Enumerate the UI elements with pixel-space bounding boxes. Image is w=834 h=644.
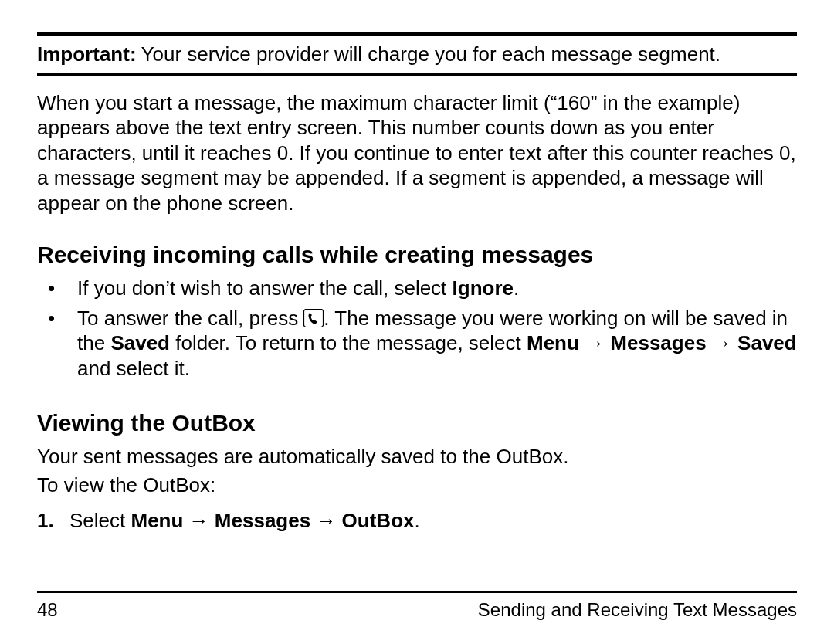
arrow-text: →: [183, 509, 214, 532]
spacer: [37, 534, 797, 592]
outbox-paragraph-2: To view the OutBox:: [37, 473, 797, 498]
step-pre: Select: [70, 509, 131, 532]
arrow-text: →: [707, 331, 737, 354]
svg-rect-0: [304, 309, 324, 327]
bullet-answer: To answer the call, press . The message …: [37, 306, 797, 381]
page-number: 48: [37, 599, 58, 621]
menu-path-menu: Menu: [527, 331, 579, 354]
menu-path-messages: Messages: [610, 331, 706, 354]
arrow-text: →: [310, 509, 341, 532]
bullet-text: To answer the call, press: [77, 307, 303, 330]
important-text: Your service provider will charge you fo…: [141, 42, 797, 67]
arrow-text: →: [579, 331, 610, 354]
intro-paragraph: When you start a message, the maximum ch…: [37, 90, 797, 216]
saved-folder-label: Saved: [110, 331, 170, 354]
menu-path-saved: Saved: [737, 331, 797, 354]
bullet-text: If you don’t wish to answer the call, se…: [77, 276, 453, 300]
ignore-label: Ignore: [453, 276, 514, 300]
heading-outbox: Viewing the OutBox: [37, 410, 797, 436]
menu-path-outbox: OutBox: [342, 509, 415, 532]
bullet-text: folder. To return to the message, select: [170, 331, 527, 354]
phone-handset-icon: [303, 309, 324, 327]
menu-path-menu: Menu: [131, 509, 184, 532]
page-footer: 48 Sending and Receiving Text Messages: [37, 591, 797, 644]
menu-path-messages: Messages: [215, 509, 310, 532]
heading-receiving-calls: Receiving incoming calls while creating …: [37, 242, 797, 268]
footer-title: Sending and Receiving Text Messages: [478, 599, 797, 621]
step-text: Select Menu → Messages → OutBox.: [70, 508, 420, 534]
step-post: .: [415, 509, 420, 532]
important-row: Important: Your service provider will ch…: [37, 42, 797, 67]
bullet-ignore: If you don’t wish to answer the call, se…: [37, 276, 797, 301]
bullet-text: and select it.: [77, 357, 190, 380]
receiving-bullets: If you don’t wish to answer the call, se…: [37, 276, 797, 385]
step-number: 1.: [37, 508, 70, 534]
page-root: Important: Your service provider will ch…: [0, 0, 834, 644]
important-label: Important:: [37, 42, 141, 67]
step-1: 1. Select Menu → Messages → OutBox.: [37, 508, 797, 534]
important-box: Important: Your service provider will ch…: [37, 32, 797, 76]
bullet-text: .: [514, 276, 519, 300]
outbox-paragraph-1: Your sent messages are automatically sav…: [37, 444, 797, 469]
